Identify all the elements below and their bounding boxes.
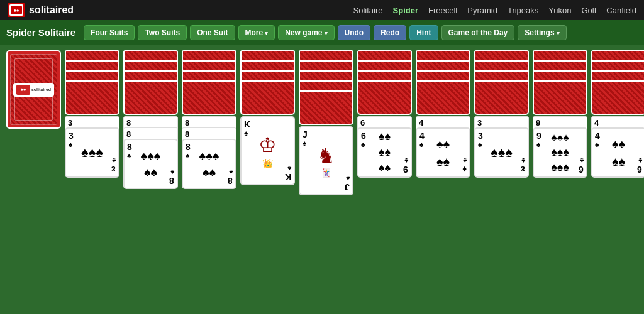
nav-tripeaks[interactable]: Tripeaks (508, 6, 538, 15)
new-game-button[interactable]: New game▾ (278, 25, 334, 40)
card-rank-tl: 3 (69, 131, 74, 141)
one-suit-button[interactable]: One Suit (190, 25, 235, 40)
stock-pile[interactable]: ♠♠ solitaired (6, 50, 61, 129)
nav-links: Solitaire Spider Freecell Pyramid Tripea… (353, 6, 636, 15)
more-dropdown-arrow: ▾ (265, 30, 268, 36)
settings-button[interactable]: Settings▾ (518, 25, 566, 40)
logo-area: ♠♠ solitaired (8, 3, 74, 17)
newgame-dropdown-arrow: ▾ (325, 30, 328, 36)
card-center: ♠♠♠ (81, 144, 103, 161)
card-back-fd-last (240, 80, 295, 115)
game-title: Spider Solitaire (6, 27, 75, 38)
nav-golf[interactable]: Golf (581, 6, 596, 15)
nav-canfield[interactable]: Canfield (606, 6, 636, 15)
card-back-fd-last (474, 80, 529, 115)
card-back-fd-last (533, 80, 587, 115)
card-logo-brand: solitaired (31, 87, 51, 92)
card-face-full[interactable]: 3 ♠ ♠♠♠ ε ♠ (65, 127, 119, 178)
layout-wrapper: ♠♠ solitaired 3 (6, 50, 638, 309)
settings-dropdown-arrow: ▾ (557, 30, 560, 36)
card-back-logo: ♠♠ solitaired (13, 83, 54, 97)
card-back-fd-last (65, 80, 119, 115)
card-face-full[interactable]: 6 ♠ ♠♠♠♠♠♠ 9 ♠ (357, 127, 412, 178)
undo-button[interactable]: Undo (338, 25, 371, 40)
nav-spider[interactable]: Spider (393, 6, 418, 15)
tableau-col-8: 3 ♠ 3 ♠ ♠♠♠ ε ♠ (474, 50, 529, 309)
tableau-col-10: 4 ♠ 4 ♠ ♠♠♠♠ 6 ♠ (591, 50, 644, 309)
tableau-col-2: 8 ♠ 8 ♠ 8 ♠ ♠♠♠♠♠ 8 ♠ (123, 50, 178, 309)
jack-card[interactable]: J ♠ ♞ 🃏 J ♠ (299, 126, 353, 195)
card-back-fd-last (357, 80, 412, 115)
tableau-col-1: 3 ♠ 3 ♠ ♠♠♠ ε ♠ (65, 50, 119, 309)
card-face-full[interactable]: 9 ♠ ♠♠♠♠♠♠♠♠♠ 6 ♠ (533, 127, 587, 178)
card-back-pattern: ♠♠ solitaired (10, 54, 57, 125)
card-back-fd-last (123, 80, 178, 115)
card-suit-br: ♠ (112, 156, 116, 165)
logo-text: solitaired (29, 4, 74, 16)
tableau-col-7: 4 ♠ 4 ♠ ♠♠♠♠ ♦ ♠ (416, 50, 470, 309)
tableau-col-4: K ♠ ♔ 👑 K ♠ (240, 50, 295, 309)
card-back-base: ♠♠ solitaired (6, 50, 61, 129)
stock-pile-area: ♠♠ solitaired (6, 50, 61, 309)
card-back-fd-last (182, 80, 236, 115)
logo-icon: ♠♠ (8, 3, 25, 17)
tableau-col-9: 9 ♠ 9 ♠ ♠♠♠♠♠♠♠♠♠ 6 ♠ (533, 50, 587, 309)
card-back-fd-last (416, 80, 470, 115)
card-face-full[interactable]: 4 ♠ ♠♠♠♠ 6 ♠ (591, 127, 644, 178)
tableau-col-6: 6 ♠ 6 ♠ ♠♠♠♠♠♠ 9 ♠ (357, 50, 412, 309)
svg-text:♠♠: ♠♠ (14, 8, 19, 13)
card-rank-br: ε (111, 165, 116, 175)
card-back-fd-last (591, 80, 644, 115)
toolbar: Spider Solitaire Four Suits Two Suits On… (0, 20, 644, 45)
nav-pyramid[interactable]: Pyramid (467, 6, 497, 15)
card-face-full[interactable]: 8 ♠ ♠♠♠♠♠ 8 ♠ (123, 139, 178, 189)
tableau-col-5: J ♠ ♞ 🃏 J ♠ (299, 50, 353, 309)
nav-solitaire[interactable]: Solitaire (353, 6, 383, 15)
tableau-col-3: 8 ♠ 8 ♠ 8 ♠ ♠♠♠♠♠ 8 ♠ (182, 50, 236, 309)
nav-freecell[interactable]: Freecell (428, 6, 457, 15)
nav-yukon[interactable]: Yukon (548, 6, 571, 15)
game-area: ♠♠ solitaired 3 (0, 45, 644, 314)
card-face-full[interactable]: 8 ♠ ♠♠♠♠♠ 8 ♠ (182, 139, 236, 189)
redo-button[interactable]: Redo (374, 25, 406, 40)
four-suits-button[interactable]: Four Suits (84, 25, 135, 40)
king-card[interactable]: K ♠ ♔ 👑 K ♠ (240, 116, 295, 185)
card-back-fd-last (299, 90, 353, 125)
card-face-full[interactable]: 3 ♠ ♠♠♠ ε ♠ (474, 127, 529, 178)
card-face-full[interactable]: 4 ♠ ♠♠♠♠ ♦ ♠ (416, 127, 470, 178)
top-navigation: ♠♠ solitaired Solitaire Spider Freecell … (0, 0, 644, 20)
card-back-inner: ♠♠ solitaired (14, 58, 53, 121)
card-back-logo-inner: ♠♠ (16, 85, 30, 95)
two-suits-button[interactable]: Two Suits (138, 25, 187, 40)
game-of-day-button[interactable]: Game of the Day (441, 25, 515, 40)
columns-area: 3 ♠ 3 ♠ ♠♠♠ ε ♠ 8 (65, 50, 644, 309)
card-suit-tl: ♠ (69, 140, 72, 149)
hint-button[interactable]: Hint (409, 25, 438, 40)
card-logo-text: ♠♠ (21, 87, 26, 92)
more-button[interactable]: More▾ (238, 25, 275, 40)
